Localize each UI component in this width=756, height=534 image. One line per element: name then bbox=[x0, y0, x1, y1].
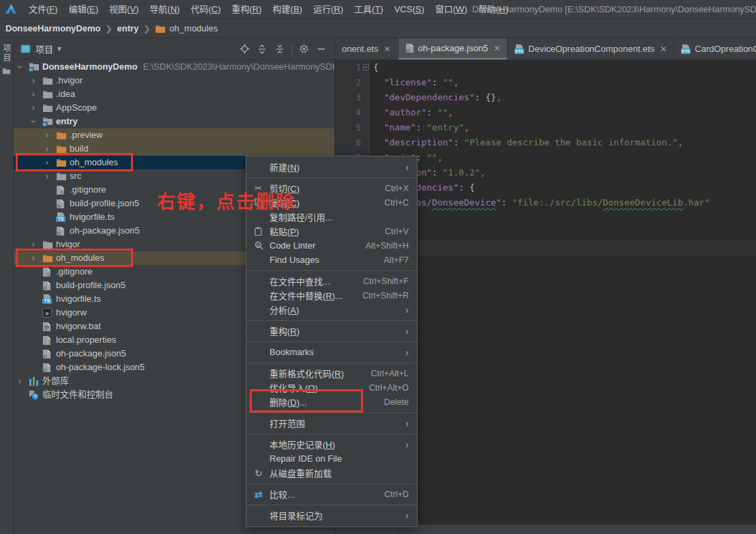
menu-item-Repair IDE on File[interactable]: Repair IDE on File bbox=[246, 451, 417, 466]
properties-icon bbox=[42, 335, 55, 346]
tree-item-.hvigor[interactable]: › .hvigor bbox=[14, 74, 334, 87]
code-line-5: 5 "name": "entry", bbox=[335, 120, 756, 135]
menubar-item-2[interactable]: 编辑(E) bbox=[63, 0, 104, 19]
menubar-item-3[interactable]: 视图(V) bbox=[104, 0, 144, 19]
ets-icon: ETS bbox=[681, 44, 690, 54]
chevron-collapsed-icon[interactable]: › bbox=[30, 251, 37, 265]
menu-item-分析(A)[interactable]: 分析(A)› bbox=[246, 303, 417, 317]
menubar-item-6[interactable]: 重构(R) bbox=[227, 0, 267, 19]
tree-item-label: 外部库 bbox=[42, 374, 69, 388]
minimize-icon[interactable] bbox=[312, 42, 330, 57]
menubar-item-5[interactable]: 代码(C) bbox=[185, 0, 226, 19]
chevron-collapsed-icon[interactable]: › bbox=[44, 156, 50, 169]
tree-item-.preview[interactable]: › .preview bbox=[14, 128, 334, 142]
tree-item-.idea[interactable]: › .idea bbox=[14, 87, 334, 101]
close-icon[interactable]: ✕ bbox=[384, 44, 391, 54]
tree-item-label: hvigorw bbox=[56, 306, 87, 320]
menu-item-粘贴(P)[interactable]: 粘贴(P)Ctrl+V bbox=[246, 224, 417, 238]
editor-tab-DeviceOpreationComponent.ets[interactable]: ETSDeviceOpreationComponent.ets✕ bbox=[508, 38, 674, 59]
menu-separator bbox=[246, 434, 417, 434]
project-view-icon bbox=[20, 44, 31, 53]
breadcrumb-item-DonseeHarmonyDemo[interactable]: DonseeHarmonyDemo bbox=[5, 23, 100, 33]
breadcrumb-separator: ❯ bbox=[105, 24, 112, 33]
line-number: 3 bbox=[335, 90, 361, 105]
gitignore-icon bbox=[56, 184, 68, 195]
menubar-item-7[interactable]: 构建(B) bbox=[267, 0, 308, 19]
chevron-collapsed-icon[interactable]: › bbox=[44, 169, 50, 183]
tree-item-DonseeHarmonyDemo[interactable]: › DonseeHarmonyDemoE:\SDK\SDK2023\Harmon… bbox=[14, 60, 334, 74]
breadcrumb-item-entry[interactable]: entry bbox=[117, 23, 139, 33]
tab-label: onent.ets bbox=[342, 44, 379, 54]
menubar-item-8[interactable]: 运行(R) bbox=[308, 0, 349, 19]
menu-item-Bookmarks[interactable]: Bookmarks› bbox=[246, 345, 417, 359]
chevron-expanded-icon[interactable]: › bbox=[27, 118, 40, 125]
close-icon[interactable]: ✕ bbox=[493, 44, 500, 53]
chevron-collapsed-icon[interactable]: › bbox=[16, 374, 23, 388]
collapse-all-icon[interactable] bbox=[271, 42, 289, 57]
menu-shortcut: Ctrl+D bbox=[384, 490, 409, 499]
menu-item-在文件中查找[interactable]: 在文件中查找...Ctrl+Shift+F bbox=[246, 274, 417, 288]
menu-item-优化导入(O)[interactable]: 优化导入(O)Ctrl+Alt+O bbox=[246, 380, 417, 395]
tree-item-label: .gitignore bbox=[70, 183, 106, 197]
menu-item-删除(D)[interactable]: 删除(D)...Delete bbox=[246, 395, 417, 409]
chevron-expanded-icon[interactable]: › bbox=[14, 64, 27, 70]
tree-item-label: entry bbox=[56, 115, 78, 128]
project-stripe-tab[interactable]: 项目 bbox=[0, 38, 13, 74]
menubar-item-10[interactable]: VCS(S) bbox=[389, 0, 430, 19]
tree-item-label: DonseeHarmonyDemoE:\SDK\SDK2023\Harmony\… bbox=[42, 60, 334, 74]
chevron-collapsed-icon[interactable]: › bbox=[44, 128, 50, 142]
tree-item-label: build-profile.json5 bbox=[70, 197, 139, 210]
menu-item-重新格式化代码(R)[interactable]: 重新格式化代码(R)Ctrl+Alt+L bbox=[246, 366, 417, 380]
chevron-collapsed-icon[interactable]: › bbox=[30, 238, 37, 251]
menubar-item-1[interactable]: 文件(F) bbox=[23, 0, 63, 19]
locate-icon[interactable] bbox=[235, 42, 253, 57]
folder-icon bbox=[42, 239, 55, 250]
menu-item-将目录标记为[interactable]: 将目录标记为› bbox=[246, 508, 417, 522]
tree-item-label: hvigorfile.ts bbox=[56, 292, 101, 306]
chevron-collapsed-icon[interactable]: › bbox=[30, 74, 37, 87]
menu-shortcut: Ctrl+Shift+R bbox=[362, 291, 409, 300]
menu-item-从磁盘重新加载[interactable]: ↻从磁盘重新加载 bbox=[246, 466, 417, 480]
tree-item-entry[interactable]: › entry bbox=[14, 115, 334, 128]
chevron-collapsed-icon[interactable]: › bbox=[30, 87, 37, 101]
editor-tab-onent.ets[interactable]: onent.ets✕ bbox=[335, 38, 398, 59]
script-icon: > bbox=[42, 307, 55, 318]
menu-item-Code Linter[interactable]: @Code LinterAlt+Shift+H bbox=[246, 238, 417, 253]
menubar-item-4[interactable]: 导航(N) bbox=[144, 0, 185, 19]
menu-item-打开范围[interactable]: 打开范围› bbox=[246, 416, 417, 430]
diff-icon: ⇄ bbox=[255, 489, 270, 500]
tree-item-AppScope[interactable]: › AppScope bbox=[14, 101, 334, 115]
menu-item-Find Usages[interactable]: Find UsagesAlt+F7 bbox=[246, 253, 417, 267]
menu-item-重构(R)[interactable]: 重构(R)› bbox=[246, 324, 417, 338]
menu-item-剪切(C)[interactable]: ✂剪切(C)Ctrl+X bbox=[246, 181, 417, 195]
editor-tab-CardOpreationComp[interactable]: ETSCardOpreationComp bbox=[674, 38, 756, 59]
bat-icon bbox=[42, 321, 55, 332]
submenu-arrow-icon: › bbox=[405, 510, 409, 521]
settings-icon[interactable] bbox=[295, 42, 312, 57]
menubar-item-11[interactable]: 窗口(W) bbox=[430, 0, 473, 19]
close-icon[interactable]: ✕ bbox=[660, 44, 667, 54]
chevron-down-icon[interactable]: ▼ bbox=[56, 45, 63, 53]
chevron-collapsed-icon[interactable]: › bbox=[30, 101, 37, 115]
breadcrumb-separator: ❯ bbox=[143, 24, 150, 33]
ts-icon: TS bbox=[42, 294, 55, 305]
menu-item-本地历史记录(H)[interactable]: 本地历史记录(H)› bbox=[246, 437, 417, 451]
line-number: 2 bbox=[335, 75, 361, 90]
menu-separator bbox=[246, 412, 417, 413]
menu-item-复制(C)[interactable]: 复制(C)Ctrl+C bbox=[246, 195, 417, 210]
editor-tab-oh-package.json5[interactable]: oh-package.json5✕ bbox=[398, 38, 508, 59]
menu-item-复制路径/引用[interactable]: 复制路径/引用... bbox=[246, 210, 417, 224]
chevron-collapsed-icon[interactable]: › bbox=[44, 142, 50, 156]
tree-item-label: hvigorw.bat bbox=[56, 320, 101, 333]
expand-all-icon[interactable] bbox=[253, 42, 271, 57]
menu-item-新建(N)[interactable]: 新建(N)› bbox=[246, 160, 417, 174]
menu-separator bbox=[246, 483, 417, 484]
tree-item-build[interactable]: › build bbox=[14, 142, 334, 156]
fold-marker-icon[interactable]: − bbox=[363, 64, 369, 70]
breadcrumb-item-oh_modules[interactable]: oh_modules bbox=[169, 23, 218, 33]
menu-item-比较[interactable]: ⇄比较...Ctrl+D bbox=[246, 487, 417, 501]
menubar-item-9[interactable]: 工具(T) bbox=[349, 0, 389, 19]
scissors-icon: ✂ bbox=[255, 183, 270, 193]
menu-item-在文件中替换(R)[interactable]: 在文件中替换(R)...Ctrl+Shift+R bbox=[246, 288, 417, 303]
menu-item-label: 打开范围 bbox=[270, 417, 305, 430]
